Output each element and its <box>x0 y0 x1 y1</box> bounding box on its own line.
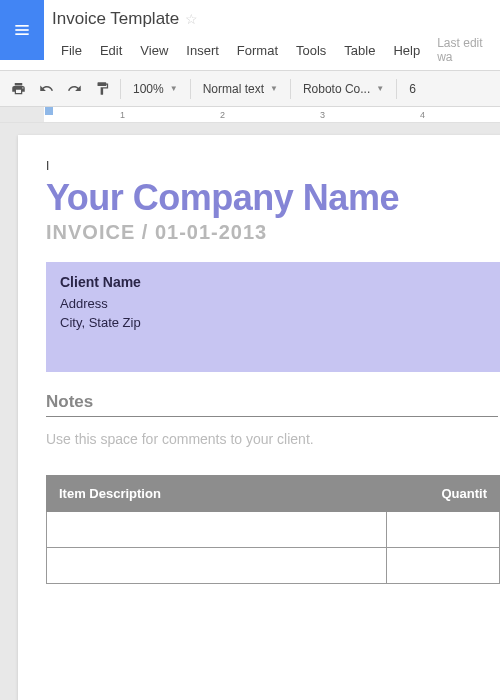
company-name-heading[interactable]: Your Company Name <box>46 177 500 219</box>
font-dropdown[interactable]: Roboto Co...▼ <box>295 76 392 102</box>
ruler-tick: 4 <box>420 110 425 120</box>
text-cursor: I <box>46 159 500 173</box>
items-table[interactable]: Item Description Quantit <box>46 475 500 584</box>
toolbar-separator <box>120 79 121 99</box>
svg-rect-2 <box>15 33 28 35</box>
document-page[interactable]: I Your Company Name INVOICE / 01-01-2013… <box>18 135 500 700</box>
menu-table[interactable]: Table <box>335 41 384 60</box>
menu-help[interactable]: Help <box>384 41 429 60</box>
client-city-zip: City, State Zip <box>60 315 486 330</box>
menu-view[interactable]: View <box>131 41 177 60</box>
invoice-date-line[interactable]: INVOICE / 01-01-2013 <box>46 221 500 244</box>
docs-app-icon[interactable] <box>0 0 44 60</box>
document-title[interactable]: Invoice Template <box>52 9 179 29</box>
menu-format[interactable]: Format <box>228 41 287 60</box>
menu-insert[interactable]: Insert <box>177 41 228 60</box>
table-header-description: Item Description <box>47 476 387 512</box>
ruler-margin <box>0 107 44 122</box>
ruler[interactable]: 1 2 3 4 <box>0 107 500 123</box>
star-icon[interactable]: ☆ <box>185 11 198 27</box>
menu-edit[interactable]: Edit <box>91 41 131 60</box>
font-value: Roboto Co... <box>303 82 370 96</box>
undo-icon[interactable] <box>32 76 60 102</box>
zoom-value: 100% <box>133 82 164 96</box>
style-value: Normal text <box>203 82 264 96</box>
toolbar: 100%▼ Normal text▼ Roboto Co...▼ 6 <box>0 71 500 107</box>
redo-icon[interactable] <box>60 76 88 102</box>
toolbar-separator <box>290 79 291 99</box>
table-row[interactable] <box>47 548 500 584</box>
svg-rect-1 <box>15 29 28 31</box>
invoice-label: INVOICE <box>46 221 135 243</box>
font-size-dropdown[interactable]: 6 <box>401 76 424 102</box>
ruler-tick: 2 <box>220 110 225 120</box>
invoice-date: 01-01-2013 <box>155 221 267 243</box>
toolbar-separator <box>396 79 397 99</box>
menubar: File Edit View Insert Format Tools Table… <box>52 32 500 70</box>
notes-placeholder-text[interactable]: Use this space for comments to your clie… <box>46 431 500 447</box>
table-header-quantity: Quantit <box>387 476 500 512</box>
font-size-value: 6 <box>409 82 416 96</box>
toolbar-separator <box>190 79 191 99</box>
document-canvas[interactable]: I Your Company Name INVOICE / 01-01-2013… <box>0 123 500 700</box>
invoice-slash: / <box>142 221 149 243</box>
client-address: Address <box>60 296 486 311</box>
client-info-box[interactable]: Client Name Address City, State Zip <box>46 262 500 372</box>
ruler-tick: 1 <box>120 110 125 120</box>
chevron-down-icon: ▼ <box>270 84 278 93</box>
notes-divider <box>46 416 498 417</box>
notes-heading[interactable]: Notes <box>46 392 500 412</box>
table-row[interactable] <box>47 512 500 548</box>
client-name: Client Name <box>60 274 486 290</box>
print-icon[interactable] <box>4 76 32 102</box>
paint-format-icon[interactable] <box>88 76 116 102</box>
menu-file[interactable]: File <box>52 41 91 60</box>
menu-tools[interactable]: Tools <box>287 41 335 60</box>
ruler-tick: 3 <box>320 110 325 120</box>
zoom-dropdown[interactable]: 100%▼ <box>125 76 186 102</box>
ruler-indent-marker[interactable] <box>45 107 53 115</box>
chevron-down-icon: ▼ <box>170 84 178 93</box>
svg-rect-0 <box>15 25 28 27</box>
chevron-down-icon: ▼ <box>376 84 384 93</box>
paragraph-style-dropdown[interactable]: Normal text▼ <box>195 76 286 102</box>
last-edit-text[interactable]: Last edit wa <box>437 36 500 64</box>
